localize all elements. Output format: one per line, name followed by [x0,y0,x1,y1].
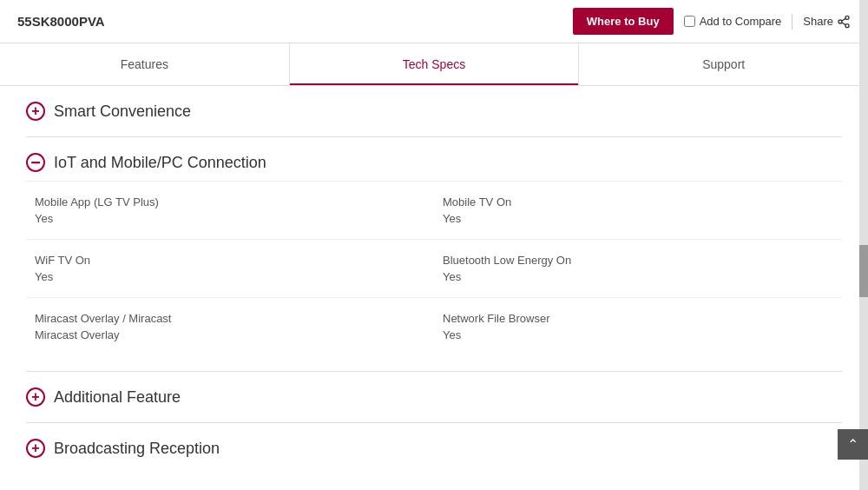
spec-value: Yes [35,270,425,283]
svg-line-4 [842,18,846,21]
spec-rows-iot: Mobile App (LG TV Plus) Yes Mobile TV On… [26,181,842,355]
spec-label: Miracast Overlay / Miracast [35,312,425,325]
add-compare-text: Add to Compare [700,15,782,28]
share-button[interactable]: Share [803,15,851,29]
section-additional-feature-header[interactable]: + Additional Feature [26,387,842,407]
section-additional-feature: + Additional Feature [26,372,842,423]
spec-label: Mobile TV On [443,195,833,209]
share-label: Share [803,15,833,28]
section-additional-feature-title: Additional Feature [54,388,181,407]
spec-row: Miracast Overlay / Miracast Miracast Ove… [26,297,842,355]
tab-features-label: Features [121,57,168,71]
chevron-up-icon: ⌃ [847,436,858,453]
scroll-up-button[interactable]: ⌃ [838,429,868,460]
section-smart-convenience-header[interactable]: + Smart Convenience [26,102,842,121]
toggle-plus-icon: + [26,387,45,407]
header-left: 55SK8000PVA [17,14,105,29]
header: 55SK8000PVA Where to Buy Add to Compare … [0,0,868,43]
spec-cell-right: Mobile TV On Yes [434,195,842,225]
spec-label: WiF TV On [35,254,425,267]
spec-label: Network File Browser [443,312,833,325]
spec-cell-right: Bluetooth Low Energy On Yes [434,254,842,283]
header-right: Where to Buy Add to Compare Share [573,8,851,35]
spec-value: Yes [35,212,425,225]
tab-support[interactable]: Support [579,43,868,85]
where-to-buy-button[interactable]: Where to Buy [573,8,674,35]
spec-cell-left: Miracast Overlay / Miracast Miracast Ove… [26,312,434,341]
scrollbar-track[interactable] [859,0,868,490]
svg-point-1 [838,20,842,23]
section-iot-mobile-header[interactable]: − IoT and Mobile/PC Connection [26,153,842,172]
svg-point-2 [845,23,849,27]
spec-label: Bluetooth Low Energy On [443,254,833,267]
spec-value: Yes [443,270,833,283]
add-compare-label[interactable]: Add to Compare [684,15,782,28]
spec-cell-left: Mobile App (LG TV Plus) Yes [26,195,434,225]
svg-line-3 [842,23,846,25]
section-broadcasting-title: Broadcasting Reception [54,440,220,458]
tab-support-label: Support [702,57,745,71]
section-iot-mobile: − IoT and Mobile/PC Connection Mobile Ap… [26,137,842,372]
scrollbar-thumb[interactable] [859,245,868,297]
spec-cell-right: Network File Browser Yes [434,312,842,341]
tab-tech-specs[interactable]: Tech Specs [290,43,580,85]
divider [792,14,792,30]
section-smart-convenience-title: Smart Convenience [54,103,191,121]
tab-tech-specs-label: Tech Specs [403,57,465,71]
spec-row: WiF TV On Yes Bluetooth Low Energy On Ye… [26,239,842,297]
section-broadcasting: + Broadcasting Reception [26,423,842,473]
nav-tabs: Features Tech Specs Support [0,43,868,86]
svg-point-0 [845,16,849,19]
section-iot-mobile-title: IoT and Mobile/PC Connection [54,154,266,172]
tab-features[interactable]: Features [0,43,290,85]
section-smart-convenience: + Smart Convenience [26,86,842,137]
toggle-minus-icon: − [26,153,45,172]
section-broadcasting-header[interactable]: + Broadcasting Reception [26,439,842,458]
spec-value: Yes [443,328,833,341]
spec-value: Yes [443,212,833,225]
share-icon [837,15,851,29]
toggle-plus-icon: + [26,439,45,458]
toggle-plus-icon: + [26,102,45,121]
spec-label: Mobile App (LG TV Plus) [35,195,425,209]
spec-value: Miracast Overlay [35,328,425,341]
page-wrapper: 55SK8000PVA Where to Buy Add to Compare … [0,0,868,490]
add-compare-checkbox[interactable] [684,16,695,27]
spec-cell-left: WiF TV On Yes [26,254,434,283]
main-content: + Smart Convenience − IoT and Mobile/PC … [9,86,859,473]
spec-row: Mobile App (LG TV Plus) Yes Mobile TV On… [26,181,842,239]
model-name: 55SK8000PVA [17,14,105,29]
